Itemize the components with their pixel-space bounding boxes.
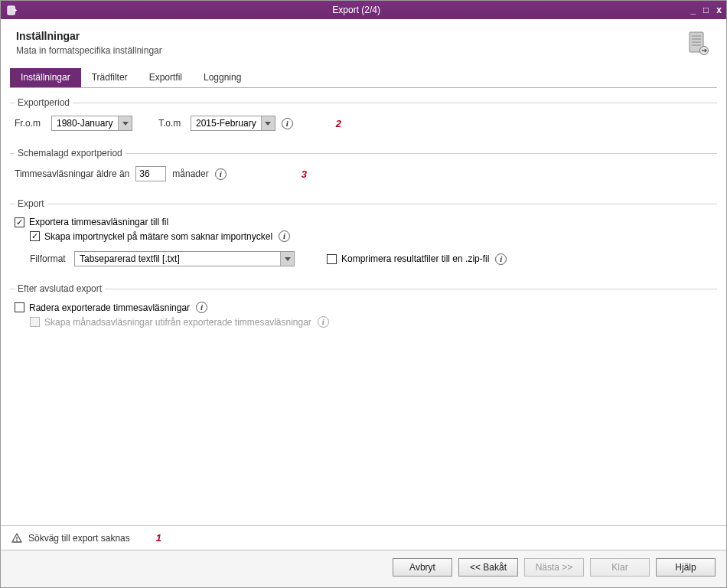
checkbox-compress-zip[interactable]: Komprimera resultatfiler till en .zip-fi… <box>327 253 489 264</box>
next-button: Nästa >> <box>524 558 584 577</box>
info-icon[interactable]: i <box>196 302 207 313</box>
info-icon[interactable]: i <box>282 118 293 129</box>
body-area: Inställningar Trädfilter Exportfil Loggn… <box>1 64 726 525</box>
checkbox-icon <box>327 254 337 264</box>
from-value: 1980-January <box>52 116 118 130</box>
checkbox-create-monthly: Skapa månadsavläsningar utifrån exporter… <box>30 317 311 328</box>
form-area: Exportperiod Fr.o.m 1980-January T.o.m 2… <box>10 88 717 525</box>
wizard-header-text: Inställningar Mata in formatspecifika in… <box>16 30 162 56</box>
content-area: Inställningar Mata in formatspecifika in… <box>1 19 726 587</box>
titlebar[interactable]: Export (2/4) _ □ x <box>1 1 726 19</box>
help-button[interactable]: Hjälp <box>656 558 716 577</box>
check-icon: ✓ <box>15 217 24 227</box>
window-controls: _ □ x <box>690 5 722 15</box>
checkbox-label: Skapa månadsavläsningar utifrån exporter… <box>44 317 311 328</box>
wizard-header: Inställningar Mata in formatspecifika in… <box>1 19 726 64</box>
filformat-value: Tabseparerad textfil [.txt] <box>75 252 280 266</box>
warning-icon <box>11 533 22 544</box>
tab-exportfil[interactable]: Exportfil <box>139 68 193 87</box>
window-title: Export (2/4) <box>22 5 690 15</box>
filformat-label: Filformat <box>30 253 68 264</box>
info-icon[interactable]: i <box>279 230 290 242</box>
wizard-footer: Avbryt << Bakåt Nästa >> Klar Hjälp <box>1 550 726 587</box>
chevron-down-icon <box>261 116 275 130</box>
from-label: Fr.o.m <box>15 118 45 129</box>
checkbox-export-to-file[interactable]: ✓ Exportera timmesavläsningar till fil <box>15 217 168 227</box>
check-icon: ✓ <box>30 231 40 241</box>
checkbox-label: Skapa importnyckel på mätare som saknar … <box>44 231 272 242</box>
checkbox-label: Komprimera resultatfiler till en .zip-fi… <box>341 253 489 264</box>
page-title: Inställningar <box>16 30 162 42</box>
group-schemalagd: Schemalagd exportperiod Timmesavläsninga… <box>10 148 717 191</box>
warning-text: Sökväg till export saknas <box>28 533 130 544</box>
app-icon <box>5 4 18 16</box>
cancel-button[interactable]: Avbryt <box>393 558 452 577</box>
checkbox-label: Radera exporterade timmesavläsningar <box>29 302 190 313</box>
chevron-down-icon <box>280 252 294 266</box>
minimize-button[interactable]: _ <box>690 5 696 15</box>
after-export-legend: Efter avslutad export <box>15 283 105 294</box>
page-subtitle: Mata in formatspecifika inställningar <box>16 45 162 56</box>
export-legend: Export <box>15 198 47 209</box>
checkbox-create-importkey[interactable]: ✓ Skapa importnyckel på mätare som sakna… <box>30 231 272 242</box>
tab-tradfilter[interactable]: Trädfilter <box>81 68 139 87</box>
group-export: Export ✓ Exportera timmesavläsningar til… <box>10 198 717 276</box>
filformat-select[interactable]: Tabseparerad textfil [.txt] <box>74 251 295 266</box>
months-label: månader <box>172 168 208 179</box>
info-icon: i <box>318 316 329 328</box>
tabs: Inställningar Trädfilter Exportfil Loggn… <box>10 68 717 88</box>
annotation-2: 2 <box>336 118 341 129</box>
info-icon[interactable]: i <box>495 253 507 265</box>
months-input[interactable] <box>135 166 166 181</box>
to-select[interactable]: 2015-February <box>191 116 275 131</box>
to-value: 2015-February <box>191 116 261 130</box>
from-select[interactable]: 1980-January <box>51 116 132 131</box>
exportperiod-legend: Exportperiod <box>15 97 73 108</box>
info-icon[interactable]: i <box>215 168 227 180</box>
tab-loggning[interactable]: Loggning <box>193 68 252 87</box>
checkbox-icon <box>15 302 24 312</box>
back-button[interactable]: << Bakåt <box>458 558 518 577</box>
finish-button: Klar <box>590 558 650 577</box>
group-exportperiod: Exportperiod Fr.o.m 1980-January T.o.m 2… <box>10 97 717 140</box>
close-button[interactable]: x <box>716 5 722 15</box>
chevron-down-icon <box>118 116 132 130</box>
older-than-label: Timmesavläsningar äldre än <box>15 168 129 179</box>
schemalagd-legend: Schemalagd exportperiod <box>15 148 126 158</box>
maximize-button[interactable]: □ <box>703 5 709 15</box>
tab-installningar[interactable]: Inställningar <box>10 68 81 87</box>
annotation-1: 1 <box>156 532 161 544</box>
svg-point-8 <box>16 540 18 541</box>
export-wizard-window: Export (2/4) _ □ x Inställningar Mata in… <box>0 0 727 588</box>
checkbox-delete-exported[interactable]: Radera exporterade timmesavläsningar <box>15 302 190 313</box>
group-after-export: Efter avslutad export Radera exporterade… <box>10 283 717 337</box>
annotation-3: 3 <box>302 168 307 180</box>
export-large-icon <box>686 30 711 56</box>
checkbox-icon <box>30 317 40 327</box>
checkbox-label: Exportera timmesavläsningar till fil <box>29 217 168 227</box>
warning-bar: Sökväg till export saknas 1 <box>1 525 726 550</box>
to-label: T.o.m <box>158 118 184 129</box>
